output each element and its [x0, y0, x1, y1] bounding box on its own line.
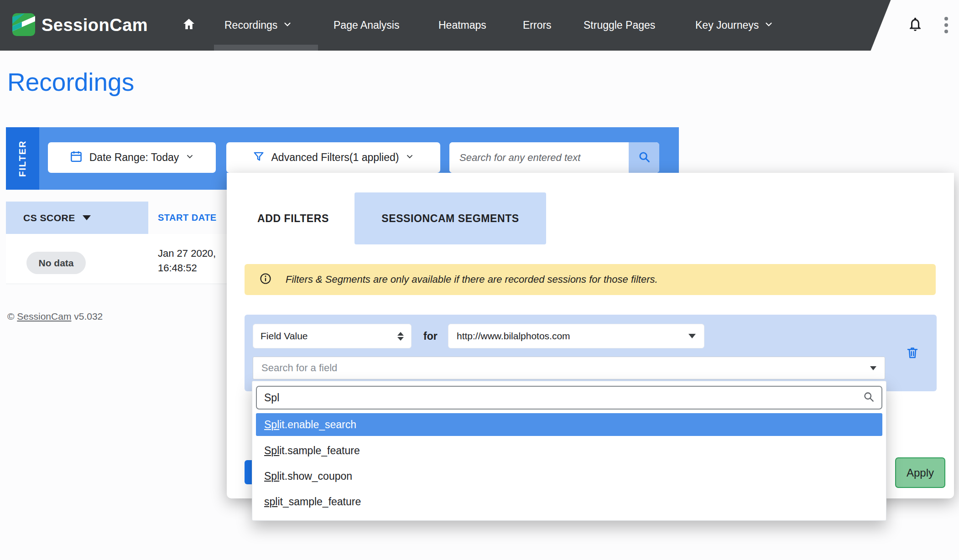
screen: SessionCam Recordings Page Analysis Heat…	[0, 0, 959, 560]
tab-sessioncam-segments[interactable]: SESSIONCAM SEGMENTS	[354, 192, 546, 244]
caret-down-icon	[870, 366, 876, 370]
row-divider	[6, 284, 227, 284]
nav-item-page-analysis[interactable]: Page Analysis	[334, 0, 399, 51]
field-option-split-show-coupon[interactable]: Split.show_coupon	[256, 465, 882, 487]
brand-logo[interactable]: SessionCam	[12, 0, 148, 51]
chevron-down-icon	[764, 19, 774, 32]
kebab-dot	[944, 23, 948, 27]
for-label: for	[423, 324, 438, 348]
option-match-text: Spl	[264, 470, 279, 482]
advanced-filters-label: Advanced Filters(1 applied)	[271, 151, 399, 164]
field-search-box	[256, 386, 882, 410]
nav-item-label: Page Analysis	[334, 19, 399, 31]
nav-item-recordings[interactable]: Recordings	[224, 0, 292, 51]
field-search-combobox[interactable]: Search for a field	[253, 357, 885, 379]
filter-tab-label: FILTER	[17, 140, 28, 177]
field-type-value: Field Value	[261, 331, 308, 342]
info-banner-text: Filters & Segments are only available if…	[286, 274, 658, 285]
calendar-icon	[69, 150, 83, 166]
nav-item-label: Key Journeys	[695, 19, 759, 31]
site-select-value: http://www.bilalphotos.com	[457, 331, 570, 342]
chevron-down-icon	[185, 151, 194, 164]
search-icon	[862, 390, 881, 405]
option-rest-text: it.sample_feature	[279, 445, 360, 457]
column-header-cs-score[interactable]: CS SCORE	[6, 202, 148, 234]
nav-item-label: Heatmaps	[438, 19, 486, 31]
nav-item-errors[interactable]: Errors	[523, 0, 552, 51]
tab-add-filters[interactable]: ADD FILTERS	[255, 192, 332, 244]
home-icon	[182, 17, 196, 34]
field-option-split-sample-feature-2[interactable]: split_sample_feature	[256, 490, 882, 513]
nav-item-struggle-pages[interactable]: Struggle Pages	[584, 0, 655, 51]
date-range-label: Date Range: Today	[89, 151, 179, 164]
filter-funnel-icon	[252, 150, 265, 166]
option-match-text: Spl	[264, 445, 279, 457]
search-submit-button[interactable]	[629, 142, 659, 173]
column-label: CS SCORE	[23, 213, 75, 223]
field-search-input[interactable]	[257, 392, 862, 404]
tab-label: SESSIONCAM SEGMENTS	[381, 213, 519, 225]
advanced-filters-button[interactable]: Advanced Filters(1 applied)	[226, 142, 440, 173]
table-row[interactable]: No data Jan 27 2020, 16:48:52	[6, 234, 227, 284]
nav-item-label: Struggle Pages	[584, 19, 655, 31]
more-options-button[interactable]	[938, 11, 954, 39]
sessioncam-logo-icon	[12, 13, 35, 38]
footer: © SessionCam v5.032	[7, 311, 103, 322]
kebab-dot	[944, 30, 948, 33]
chevron-down-icon	[282, 19, 292, 32]
start-date-line1: Jan 27 2020,	[158, 246, 216, 261]
field-option-split-sample-feature[interactable]: Split.sample_feature	[256, 439, 882, 462]
caret-down-icon	[688, 334, 696, 338]
column-header-start-date[interactable]: START DATE	[158, 202, 217, 234]
start-date-line2: 16:48:52	[158, 261, 216, 275]
filter-side-tab[interactable]: FILTER	[6, 127, 39, 190]
option-match-text: spl	[264, 496, 277, 508]
page-title: Recordings	[7, 67, 134, 97]
bell-icon	[907, 27, 923, 34]
nav-home-button[interactable]	[182, 0, 196, 51]
column-label: START DATE	[158, 213, 217, 223]
option-rest-text: it_sample_feature	[277, 496, 361, 508]
footer-brand-link[interactable]: SessionCam	[17, 311, 71, 321]
unfold-more-icon	[397, 332, 404, 341]
tab-label: ADD FILTERS	[257, 213, 329, 225]
info-icon	[259, 272, 272, 287]
trash-icon	[905, 345, 920, 361]
option-rest-text: it.enable_search	[279, 419, 356, 431]
option-match-text: Spl	[264, 419, 279, 431]
copyright-symbol: ©	[7, 311, 14, 321]
site-select[interactable]: http://www.bilalphotos.com	[448, 324, 704, 348]
kebab-dot	[944, 17, 948, 21]
text-search-box	[449, 142, 659, 173]
date-range-button[interactable]: Date Range: Today	[48, 142, 216, 173]
chevron-down-icon	[405, 151, 414, 164]
start-date-cell: Jan 27 2020, 16:48:52	[158, 246, 216, 275]
segment-filter-row: Field Value for http://www.bilalphotos.c…	[245, 315, 937, 391]
search-input[interactable]	[449, 142, 629, 173]
field-option-split-enable-search[interactable]: Split.enable_search	[256, 413, 882, 436]
info-banner: Filters & Segments are only available if…	[245, 264, 936, 295]
cs-score-badge: No data	[26, 252, 86, 274]
brand-name: SessionCam	[42, 16, 148, 35]
nav-item-label: Recordings	[224, 19, 277, 31]
version-label: v5.032	[74, 311, 103, 321]
field-options-dropdown: Split.enable_search Split.sample_feature…	[252, 381, 886, 521]
sort-desc-icon	[83, 215, 91, 220]
nav-item-key-journeys[interactable]: Key Journeys	[695, 0, 774, 51]
field-combobox-placeholder: Search for a field	[261, 362, 337, 374]
apply-button[interactable]: Apply	[895, 457, 945, 488]
notifications-button[interactable]	[904, 12, 924, 37]
search-icon	[637, 150, 651, 165]
nav-item-heatmaps[interactable]: Heatmaps	[438, 0, 486, 51]
nav-item-label: Errors	[523, 19, 552, 31]
option-rest-text: it.show_coupon	[279, 470, 352, 482]
top-nav: SessionCam Recordings Page Analysis Heat…	[0, 0, 959, 51]
delete-filter-button[interactable]	[901, 341, 924, 365]
field-type-select[interactable]: Field Value	[253, 324, 412, 348]
